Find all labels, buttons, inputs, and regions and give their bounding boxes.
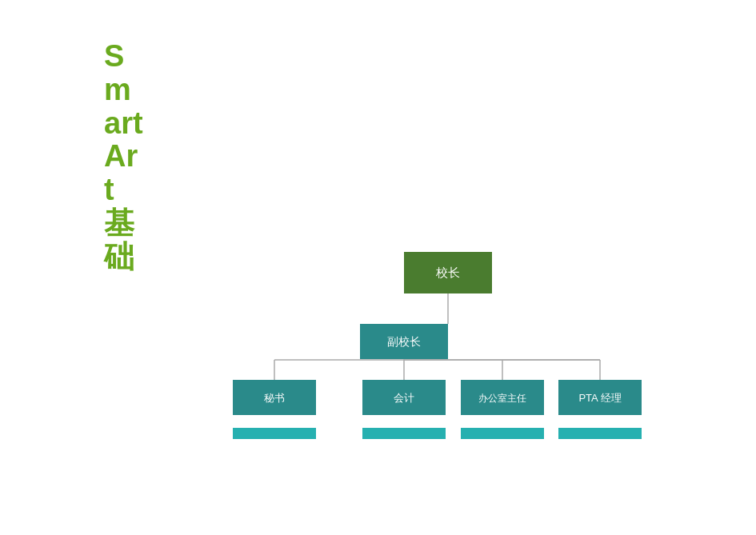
sub-bar-3 bbox=[461, 428, 544, 439]
sub-bar-2 bbox=[362, 428, 446, 439]
title-line-3: art bbox=[104, 107, 143, 141]
vice-principal-label: 副校长 bbox=[387, 335, 421, 348]
title-line-6: 基 bbox=[104, 207, 143, 241]
sub-bar-4 bbox=[558, 428, 642, 439]
staff-label-4: PTA 经理 bbox=[578, 392, 621, 404]
sub-bar-1 bbox=[233, 428, 316, 439]
org-chart-svg: 校长 副校长 秘书 会计 办公室主任 PTA 经理 bbox=[192, 248, 704, 512]
title-line-4: Ar bbox=[104, 140, 143, 174]
title-line-2: m bbox=[104, 74, 143, 107]
staff-label-3: 办公室主任 bbox=[478, 393, 526, 404]
title-line-1: S bbox=[104, 40, 143, 74]
principal-label: 校长 bbox=[435, 266, 460, 279]
title-line-7: 础 bbox=[104, 241, 143, 274]
title-line-5: t bbox=[104, 174, 143, 207]
staff-label-2: 会计 bbox=[394, 392, 414, 404]
page-title: S m art Ar t 基 础 bbox=[104, 40, 143, 274]
page-container: S m art Ar t 基 础 校长 副校长 秘书 会计 bbox=[0, 0, 756, 535]
staff-label-1: 秘书 bbox=[264, 392, 285, 404]
